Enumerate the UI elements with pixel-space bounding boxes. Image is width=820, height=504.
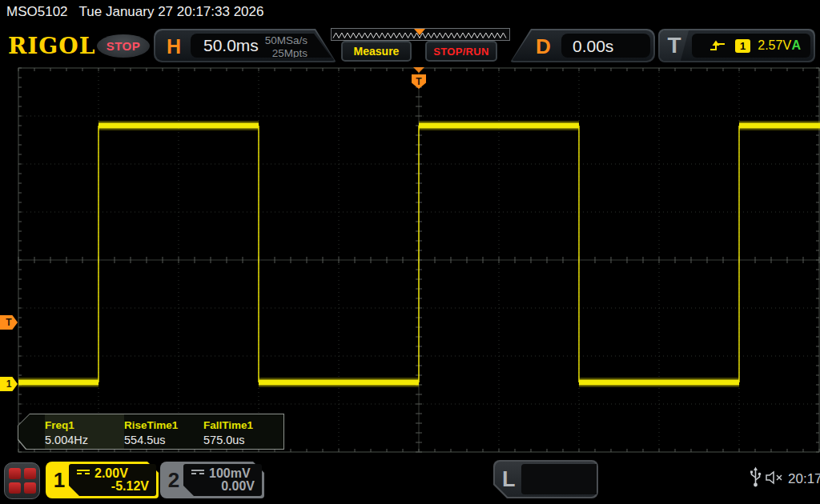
measurement-falltime: FallTime1 575.0us [203, 414, 283, 449]
menu-grid-button[interactable] [4, 462, 40, 499]
waveform-overview-strip[interactable] [331, 28, 510, 41]
topbar: MSO5102Tue January 27 20:17:33 2026 [6, 4, 275, 20]
horizontal-panel[interactable]: H 50.0ms 50MSa/s 25Mpts [154, 29, 336, 62]
menu-grid-icon [9, 468, 21, 479]
memory-depth: 25Mpts [265, 47, 308, 60]
trigger-box: 1 2.57V A [692, 34, 810, 58]
horizontal-label: H [167, 35, 181, 58]
channel2-number: 2 [165, 468, 183, 493]
trigger-position-tip-icon [413, 67, 424, 73]
channel1-number: 1 [50, 468, 68, 493]
dc-coupling-icon [77, 470, 90, 478]
usb-icon [750, 466, 762, 487]
acquisition-rates: 50MSa/s 25Mpts [265, 34, 308, 60]
datetime: Tue January 27 20:17:33 2026 [79, 4, 264, 19]
dc-coupling-icon [191, 470, 204, 478]
measure-button[interactable]: Measure [341, 41, 412, 62]
speaker-muted-icon[interactable] [765, 470, 784, 485]
delay-box: 0.00s [561, 34, 650, 58]
channel2-offset: 0.00V [221, 479, 255, 494]
clock: 20:17 [788, 471, 820, 487]
delay-value: 0.00s [573, 37, 613, 56]
timebase-box: 50.0ms 50MSa/s 25Mpts [191, 34, 332, 58]
trigger-label: T [660, 30, 689, 61]
trigger-source-badge: 1 [735, 39, 750, 53]
rigol-logo: RIGOL [8, 33, 95, 59]
stop-run-button[interactable]: STOP/RUN [425, 41, 497, 62]
timebase-value: 50.0ms [203, 36, 259, 55]
oscilloscope-screen: MSO5102Tue January 27 20:17:33 2026 RIGO… [0, 0, 820, 504]
logic-channels-badge[interactable]: L 0 1 2 3 4 5 6 7 8 9 1011 12131415 [493, 460, 598, 498]
run-state-badge[interactable]: STOP [97, 34, 150, 58]
trigger-sweep-mode: A [791, 38, 801, 53]
measurement-freq: Freq1 5.004Hz [45, 414, 124, 449]
waveform-display: T T 1 Freq1 5.004Hz RiseTime1 554.5us Fa… [0, 64, 820, 456]
channel1-offset: -5.12V [111, 479, 149, 494]
rising-edge-icon [709, 39, 726, 52]
graticule-and-trace [0, 64, 820, 456]
channel1-badge[interactable]: 1 2.00V -5.12V [46, 462, 159, 498]
logic-channel-numbers: 0 1 2 3 4 5 6 7 8 9 1011 12131415 [521, 464, 607, 494]
model-name: MSO5102 [6, 4, 68, 19]
trigger-level-value: 2.57V [758, 38, 791, 53]
measurement-results-box[interactable]: Freq1 5.004Hz RiseTime1 554.5us FallTime… [18, 414, 284, 450]
delay-label: D [536, 34, 551, 59]
logic-label: L [502, 467, 516, 492]
channel2-badge[interactable]: 2 100mV 0.00V [160, 462, 264, 498]
trigger-panel[interactable]: T 1 2.57V A [658, 29, 815, 62]
overview-trigger-position-icon [414, 29, 425, 35]
measurement-risetime: RiseTime1 554.5us [124, 414, 203, 449]
delay-panel[interactable]: D 0.00s [510, 29, 655, 62]
sample-rate: 50MSa/s [265, 34, 308, 47]
